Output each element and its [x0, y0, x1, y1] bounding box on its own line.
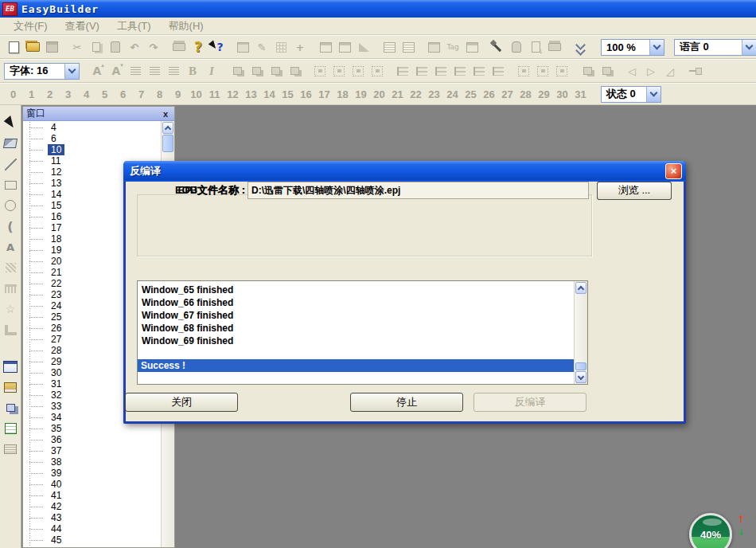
zoom-combo[interactable]: 100 %: [601, 39, 664, 56]
window-list-item[interactable]: 38: [23, 456, 161, 468]
group-objects-tool[interactable]: [2, 400, 19, 416]
new-icon[interactable]: [4, 38, 23, 56]
compile-icon[interactable]: [488, 38, 507, 56]
state-number[interactable]: 11: [205, 88, 224, 100]
text-align-right-icon[interactable]: [164, 62, 183, 80]
window-list-item[interactable]: 37: [23, 445, 161, 456]
language-combo[interactable]: 语言 0: [674, 39, 756, 56]
window-list-item[interactable]: 43: [23, 512, 161, 523]
polygon-tool[interactable]: ☆: [2, 301, 19, 317]
file-name-field[interactable]: D:\迅雷下载\四轴喷涂\四轴喷涂.epj: [247, 182, 589, 199]
ruler-icon[interactable]: [354, 38, 373, 56]
text-align-center-icon[interactable]: [145, 62, 164, 80]
flip-vertical-icon[interactable]: ◁: [622, 62, 641, 80]
same-width-icon[interactable]: [514, 62, 533, 80]
separator[interactable]: [373, 38, 380, 56]
state-number[interactable]: 9: [169, 88, 187, 100]
arc-tool[interactable]: (: [2, 218, 19, 234]
nudge-left-icon[interactable]: [349, 62, 368, 80]
log-list[interactable]: Window_65 finishedWindow_66 finishedWind…: [137, 280, 588, 385]
align-left-icon[interactable]: [393, 62, 412, 80]
function-area-icon[interactable]: [233, 38, 252, 56]
panel-close-icon[interactable]: x: [160, 109, 171, 119]
menu-help[interactable]: 帮助(H): [160, 18, 212, 34]
simulate-icon[interactable]: [507, 38, 526, 56]
state-number[interactable]: 8: [150, 88, 169, 100]
state-number[interactable]: 12: [224, 88, 242, 100]
pen-icon[interactable]: ✎: [252, 38, 271, 56]
state-number[interactable]: 5: [95, 88, 114, 100]
state-number[interactable]: 20: [370, 88, 388, 100]
nudge-down-icon[interactable]: [329, 62, 349, 80]
send-backward-icon[interactable]: [285, 62, 304, 80]
state-number[interactable]: 6: [114, 88, 132, 100]
state-number[interactable]: 16: [297, 88, 315, 100]
log-scroll-up-icon[interactable]: [575, 282, 586, 294]
scale-tool[interactable]: [2, 280, 19, 296]
window-list-item[interactable]: 44: [23, 523, 161, 534]
window-copy-tool[interactable]: [2, 358, 19, 374]
state-number[interactable]: 21: [388, 88, 407, 100]
align-hcenter-icon[interactable]: [470, 62, 489, 80]
print-icon[interactable]: [170, 38, 189, 56]
log-scroll-down-icon[interactable]: [575, 371, 586, 383]
state-number[interactable]: 29: [535, 88, 553, 100]
align-right-icon[interactable]: [431, 62, 450, 80]
corner-tool[interactable]: [2, 322, 19, 338]
italic-icon[interactable]: I: [202, 62, 221, 80]
window-list-item[interactable]: 35: [23, 423, 161, 434]
state-number[interactable]: 28: [516, 88, 535, 100]
window-list-item[interactable]: 10: [23, 144, 161, 155]
same-height-icon[interactable]: [533, 62, 552, 80]
ungroup-icon[interactable]: [597, 62, 616, 80]
separator[interactable]: [221, 62, 228, 80]
rotate-icon[interactable]: ◿: [661, 62, 680, 80]
ellipse-tool[interactable]: [2, 198, 19, 213]
scrollbar-thumb[interactable]: [162, 135, 173, 152]
dialog-close-button[interactable]: ×: [665, 163, 682, 179]
separator[interactable]: [304, 62, 310, 80]
dialog-titlebar[interactable]: 反编译 ×: [123, 161, 686, 182]
same-size-icon[interactable]: [552, 62, 571, 80]
font-size-combo[interactable]: 字体: 16: [4, 63, 80, 80]
state-number[interactable]: 26: [480, 88, 498, 100]
paste-icon[interactable]: [106, 38, 125, 56]
log-result-row[interactable]: Success !: [138, 359, 574, 372]
redo-icon[interactable]: ↷: [144, 38, 163, 56]
grid-icon[interactable]: [271, 38, 290, 56]
window-list-item[interactable]: 42: [23, 501, 161, 512]
open-icon[interactable]: [23, 38, 42, 56]
state-number[interactable]: 1: [22, 88, 41, 100]
window-open-tool[interactable]: [2, 379, 19, 395]
export-tool[interactable]: [2, 441, 19, 457]
stop-button[interactable]: 停止: [350, 393, 463, 412]
separator[interactable]: [481, 38, 488, 56]
window-list-item[interactable]: 36: [23, 434, 161, 445]
menu-view[interactable]: 查看(V): [57, 18, 108, 34]
window-list-item[interactable]: 40: [23, 479, 161, 490]
nudge-right-icon[interactable]: [368, 62, 387, 80]
state-number[interactable]: 4: [77, 88, 95, 100]
line-tool[interactable]: [2, 156, 19, 172]
properties-icon[interactable]: [462, 38, 481, 56]
context-help-icon[interactable]: ?: [208, 38, 227, 56]
window-list-item[interactable]: 39: [23, 468, 161, 479]
bring-to-front-icon[interactable]: [228, 62, 247, 80]
download-icon[interactable]: [526, 38, 545, 56]
text-align-left-icon[interactable]: [126, 62, 145, 80]
state-number[interactable]: 22: [407, 88, 425, 100]
window-preview-next-icon[interactable]: [335, 38, 354, 56]
bold-icon[interactable]: B: [183, 62, 202, 80]
state-number[interactable]: 25: [462, 88, 480, 100]
help-icon[interactable]: ?: [189, 38, 208, 56]
state-number[interactable]: 14: [260, 88, 279, 100]
save-icon[interactable]: [42, 38, 61, 56]
zoom-combo-arrow[interactable]: [649, 40, 664, 55]
scroll-up-icon[interactable]: [162, 122, 173, 134]
state-number[interactable]: 27: [498, 88, 516, 100]
download-progress-badge[interactable]: 40%: [689, 513, 732, 548]
separator[interactable]: [616, 62, 622, 80]
window-itemlist-icon[interactable]: [399, 38, 418, 56]
state-number[interactable]: 24: [443, 88, 462, 100]
window-preview-icon[interactable]: [316, 38, 335, 56]
